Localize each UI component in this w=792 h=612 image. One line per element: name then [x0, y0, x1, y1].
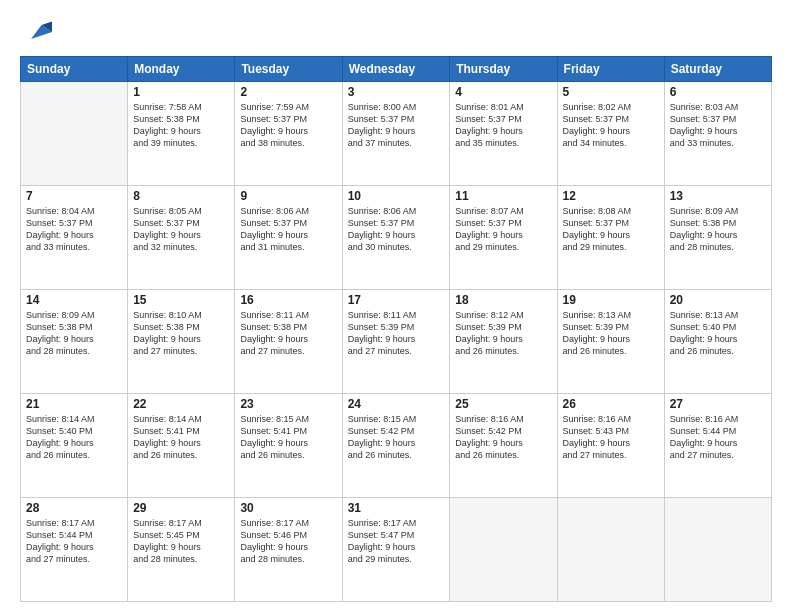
day-cell: 22Sunrise: 8:14 AM Sunset: 5:41 PM Dayli… — [128, 394, 235, 498]
day-cell: 19Sunrise: 8:13 AM Sunset: 5:39 PM Dayli… — [557, 290, 664, 394]
day-info: Sunrise: 8:02 AM Sunset: 5:37 PM Dayligh… — [563, 101, 659, 150]
day-cell: 1Sunrise: 7:58 AM Sunset: 5:38 PM Daylig… — [128, 82, 235, 186]
day-info: Sunrise: 8:08 AM Sunset: 5:37 PM Dayligh… — [563, 205, 659, 254]
day-info: Sunrise: 8:07 AM Sunset: 5:37 PM Dayligh… — [455, 205, 551, 254]
day-info: Sunrise: 8:17 AM Sunset: 5:44 PM Dayligh… — [26, 517, 122, 566]
day-cell — [557, 498, 664, 602]
weekday-header-monday: Monday — [128, 57, 235, 82]
day-number: 8 — [133, 189, 229, 203]
day-info: Sunrise: 8:15 AM Sunset: 5:42 PM Dayligh… — [348, 413, 445, 462]
day-number: 18 — [455, 293, 551, 307]
day-cell: 30Sunrise: 8:17 AM Sunset: 5:46 PM Dayli… — [235, 498, 342, 602]
day-cell: 16Sunrise: 8:11 AM Sunset: 5:38 PM Dayli… — [235, 290, 342, 394]
day-number: 28 — [26, 501, 122, 515]
day-number: 9 — [240, 189, 336, 203]
day-number: 16 — [240, 293, 336, 307]
day-info: Sunrise: 8:00 AM Sunset: 5:37 PM Dayligh… — [348, 101, 445, 150]
day-info: Sunrise: 8:11 AM Sunset: 5:38 PM Dayligh… — [240, 309, 336, 358]
day-cell — [664, 498, 771, 602]
day-number: 23 — [240, 397, 336, 411]
week-row-2: 7Sunrise: 8:04 AM Sunset: 5:37 PM Daylig… — [21, 186, 772, 290]
day-info: Sunrise: 8:09 AM Sunset: 5:38 PM Dayligh… — [26, 309, 122, 358]
day-info: Sunrise: 8:13 AM Sunset: 5:40 PM Dayligh… — [670, 309, 766, 358]
day-number: 11 — [455, 189, 551, 203]
day-number: 24 — [348, 397, 445, 411]
day-number: 6 — [670, 85, 766, 99]
day-info: Sunrise: 8:12 AM Sunset: 5:39 PM Dayligh… — [455, 309, 551, 358]
day-number: 13 — [670, 189, 766, 203]
day-info: Sunrise: 8:06 AM Sunset: 5:37 PM Dayligh… — [348, 205, 445, 254]
day-cell: 31Sunrise: 8:17 AM Sunset: 5:47 PM Dayli… — [342, 498, 450, 602]
day-number: 27 — [670, 397, 766, 411]
day-cell: 15Sunrise: 8:10 AM Sunset: 5:38 PM Dayli… — [128, 290, 235, 394]
day-cell — [21, 82, 128, 186]
day-number: 17 — [348, 293, 445, 307]
weekday-header-row: SundayMondayTuesdayWednesdayThursdayFrid… — [21, 57, 772, 82]
day-cell — [450, 498, 557, 602]
day-info: Sunrise: 8:15 AM Sunset: 5:41 PM Dayligh… — [240, 413, 336, 462]
day-cell: 4Sunrise: 8:01 AM Sunset: 5:37 PM Daylig… — [450, 82, 557, 186]
day-number: 15 — [133, 293, 229, 307]
weekday-header-saturday: Saturday — [664, 57, 771, 82]
day-info: Sunrise: 8:16 AM Sunset: 5:44 PM Dayligh… — [670, 413, 766, 462]
day-info: Sunrise: 8:11 AM Sunset: 5:39 PM Dayligh… — [348, 309, 445, 358]
day-info: Sunrise: 8:03 AM Sunset: 5:37 PM Dayligh… — [670, 101, 766, 150]
day-cell: 27Sunrise: 8:16 AM Sunset: 5:44 PM Dayli… — [664, 394, 771, 498]
day-cell: 3Sunrise: 8:00 AM Sunset: 5:37 PM Daylig… — [342, 82, 450, 186]
day-cell: 28Sunrise: 8:17 AM Sunset: 5:44 PM Dayli… — [21, 498, 128, 602]
day-info: Sunrise: 8:10 AM Sunset: 5:38 PM Dayligh… — [133, 309, 229, 358]
day-info: Sunrise: 8:04 AM Sunset: 5:37 PM Dayligh… — [26, 205, 122, 254]
day-info: Sunrise: 8:09 AM Sunset: 5:38 PM Dayligh… — [670, 205, 766, 254]
day-cell: 20Sunrise: 8:13 AM Sunset: 5:40 PM Dayli… — [664, 290, 771, 394]
day-number: 4 — [455, 85, 551, 99]
day-number: 20 — [670, 293, 766, 307]
day-number: 25 — [455, 397, 551, 411]
day-info: Sunrise: 7:59 AM Sunset: 5:37 PM Dayligh… — [240, 101, 336, 150]
day-info: Sunrise: 8:16 AM Sunset: 5:42 PM Dayligh… — [455, 413, 551, 462]
day-cell: 14Sunrise: 8:09 AM Sunset: 5:38 PM Dayli… — [21, 290, 128, 394]
day-cell: 6Sunrise: 8:03 AM Sunset: 5:37 PM Daylig… — [664, 82, 771, 186]
logo-bird-icon — [24, 18, 52, 46]
day-cell: 11Sunrise: 8:07 AM Sunset: 5:37 PM Dayli… — [450, 186, 557, 290]
day-number: 22 — [133, 397, 229, 411]
day-info: Sunrise: 8:16 AM Sunset: 5:43 PM Dayligh… — [563, 413, 659, 462]
week-row-5: 28Sunrise: 8:17 AM Sunset: 5:44 PM Dayli… — [21, 498, 772, 602]
day-cell: 17Sunrise: 8:11 AM Sunset: 5:39 PM Dayli… — [342, 290, 450, 394]
header — [20, 18, 772, 46]
weekday-header-thursday: Thursday — [450, 57, 557, 82]
day-cell: 2Sunrise: 7:59 AM Sunset: 5:37 PM Daylig… — [235, 82, 342, 186]
day-info: Sunrise: 8:13 AM Sunset: 5:39 PM Dayligh… — [563, 309, 659, 358]
day-number: 26 — [563, 397, 659, 411]
day-info: Sunrise: 8:05 AM Sunset: 5:37 PM Dayligh… — [133, 205, 229, 254]
day-number: 29 — [133, 501, 229, 515]
day-number: 1 — [133, 85, 229, 99]
weekday-header-tuesday: Tuesday — [235, 57, 342, 82]
day-number: 5 — [563, 85, 659, 99]
day-number: 3 — [348, 85, 445, 99]
day-cell: 10Sunrise: 8:06 AM Sunset: 5:37 PM Dayli… — [342, 186, 450, 290]
day-cell: 18Sunrise: 8:12 AM Sunset: 5:39 PM Dayli… — [450, 290, 557, 394]
day-number: 30 — [240, 501, 336, 515]
day-info: Sunrise: 8:17 AM Sunset: 5:46 PM Dayligh… — [240, 517, 336, 566]
day-cell: 29Sunrise: 8:17 AM Sunset: 5:45 PM Dayli… — [128, 498, 235, 602]
day-number: 10 — [348, 189, 445, 203]
day-info: Sunrise: 8:14 AM Sunset: 5:41 PM Dayligh… — [133, 413, 229, 462]
day-cell: 25Sunrise: 8:16 AM Sunset: 5:42 PM Dayli… — [450, 394, 557, 498]
day-cell: 21Sunrise: 8:14 AM Sunset: 5:40 PM Dayli… — [21, 394, 128, 498]
day-cell: 7Sunrise: 8:04 AM Sunset: 5:37 PM Daylig… — [21, 186, 128, 290]
day-info: Sunrise: 8:01 AM Sunset: 5:37 PM Dayligh… — [455, 101, 551, 150]
day-cell: 5Sunrise: 8:02 AM Sunset: 5:37 PM Daylig… — [557, 82, 664, 186]
week-row-1: 1Sunrise: 7:58 AM Sunset: 5:38 PM Daylig… — [21, 82, 772, 186]
day-number: 2 — [240, 85, 336, 99]
calendar-table: SundayMondayTuesdayWednesdayThursdayFrid… — [20, 56, 772, 602]
day-cell: 8Sunrise: 8:05 AM Sunset: 5:37 PM Daylig… — [128, 186, 235, 290]
day-number: 7 — [26, 189, 122, 203]
day-number: 21 — [26, 397, 122, 411]
day-cell: 24Sunrise: 8:15 AM Sunset: 5:42 PM Dayli… — [342, 394, 450, 498]
day-number: 19 — [563, 293, 659, 307]
day-info: Sunrise: 7:58 AM Sunset: 5:38 PM Dayligh… — [133, 101, 229, 150]
page: SundayMondayTuesdayWednesdayThursdayFrid… — [0, 0, 792, 612]
weekday-header-sunday: Sunday — [21, 57, 128, 82]
weekday-header-friday: Friday — [557, 57, 664, 82]
logo — [20, 18, 52, 46]
